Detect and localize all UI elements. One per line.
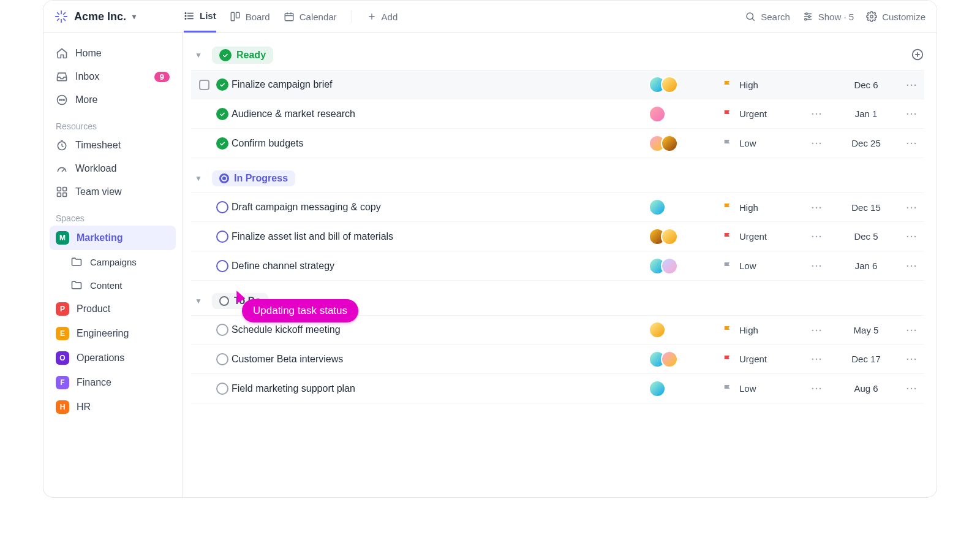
due-date[interactable]: Dec 15 [832,202,900,213]
assignees[interactable] [649,228,678,245]
priority[interactable]: Low [722,138,802,149]
group-inprogress-pill[interactable]: In Progress [212,170,295,186]
status-open-icon[interactable] [216,383,228,395]
task-row[interactable]: Field marketing support plan Low ··· Aug… [191,374,924,403]
row-extra[interactable]: ··· [802,325,832,335]
assignees[interactable] [649,351,678,368]
row-extra[interactable]: ··· [802,354,832,364]
priority[interactable]: High [722,202,802,213]
space-marketing[interactable]: M Marketing [50,226,176,250]
due-date[interactable]: Jan 1 [832,109,900,119]
flag-icon [722,231,733,242]
row-extra[interactable]: ··· [802,109,832,119]
row-extra[interactable]: ··· [802,138,832,148]
priority[interactable]: Urgent [722,231,802,242]
status-done-icon[interactable] [216,78,228,91]
row-extra[interactable]: ··· [802,202,832,213]
nav-workload[interactable]: Workload [50,157,176,180]
space-engineering[interactable]: E Engineering [50,321,176,346]
nav-inbox[interactable]: Inbox 9 [50,65,176,88]
view-board-label: Board [246,12,270,22]
task-row[interactable]: Draft campaign messaging & copy High ···… [191,192,924,222]
priority[interactable]: Urgent [722,354,802,365]
row-extra[interactable]: ··· [802,383,832,394]
view-board[interactable]: Board [230,1,270,32]
task-row[interactable]: Define channel strategy Low ··· Jan 6 ··… [191,251,924,281]
row-menu[interactable]: ··· [900,383,924,394]
status-done-icon[interactable] [216,137,228,150]
status-open-icon[interactable] [216,201,228,213]
priority[interactable]: High [722,79,802,90]
group-ready-add[interactable] [911,48,924,63]
group-ready-collapse[interactable]: ▼ [195,51,205,59]
row-extra[interactable]: ··· [802,231,832,242]
search-button[interactable]: Search [745,11,790,22]
assignees[interactable] [649,76,678,93]
task-row[interactable]: Confirm budgets Low ··· Dec 25 ··· [191,129,924,158]
status-open-icon[interactable] [216,260,228,272]
view-calendar[interactable]: Calendar [284,1,337,32]
show-columns-button[interactable]: Show · 5 [802,11,854,22]
add-view-button[interactable]: Add [367,1,398,32]
more-horizontal-icon: ··· [812,231,823,242]
space-marketing-content[interactable]: Content [50,273,176,297]
nav-more[interactable]: More [50,88,176,112]
space-marketing-campaigns[interactable]: Campaigns [50,250,176,273]
status-open-icon[interactable] [216,353,228,365]
row-extra[interactable]: ··· [802,261,832,271]
due-date[interactable]: Aug 6 [832,383,900,394]
workspace-switcher[interactable]: Acme Inc. ▾ [55,10,174,23]
due-date[interactable]: Dec 5 [832,231,900,242]
assignees[interactable] [649,321,666,338]
assignees[interactable] [649,380,666,397]
due-date[interactable]: Dec 17 [832,354,900,364]
space-content-label: Content [90,280,123,291]
group-inprogress-collapse[interactable]: ▼ [195,174,205,183]
spaces-heading: Spaces [50,204,176,226]
row-menu[interactable]: ··· [900,109,924,119]
nav-timesheet[interactable]: Timesheet [50,134,176,157]
group-ready-pill[interactable]: Ready [212,47,273,64]
task-checkbox[interactable] [199,80,209,90]
assignees[interactable] [649,135,678,152]
task-row[interactable]: Finalize campaign brief High Dec 6 ··· [191,70,924,99]
task-row[interactable]: Finalize asset list and bill of material… [191,222,924,251]
priority[interactable]: High [722,324,802,335]
space-operations[interactable]: O Operations [50,346,176,370]
nav-home[interactable]: Home [50,42,176,65]
row-menu[interactable]: ··· [900,354,924,364]
due-date[interactable]: Jan 6 [832,261,900,271]
nav-home-label: Home [75,48,102,59]
space-hr[interactable]: H HR [50,395,176,419]
row-menu[interactable]: ··· [900,325,924,335]
view-list[interactable]: List [184,1,216,32]
assignees[interactable] [649,257,678,275]
space-product[interactable]: P Product [50,297,176,321]
group-todo-collapse[interactable]: ▼ [195,297,205,305]
space-hr-icon: H [56,400,69,414]
status-done-icon[interactable] [216,108,228,120]
row-menu[interactable]: ··· [900,138,924,148]
assignees[interactable] [649,199,666,216]
row-menu[interactable]: ··· [900,231,924,242]
row-menu[interactable]: ··· [900,261,924,271]
status-open-icon[interactable] [216,231,228,243]
due-date[interactable]: Dec 6 [832,80,900,90]
assignees[interactable] [649,105,666,123]
due-date[interactable]: Dec 25 [832,138,900,148]
priority[interactable]: Urgent [722,109,802,120]
status-open-icon[interactable] [216,324,228,336]
task-title: Define channel strategy [232,261,649,272]
space-finance[interactable]: F Finance [50,370,176,395]
customize-button[interactable]: Customize [866,11,925,22]
row-menu[interactable]: ··· [900,80,924,90]
task-row[interactable]: Audience & market research Urgent ··· Ja… [191,99,924,129]
task-row[interactable]: Customer Beta interviews Urgent ··· Dec … [191,345,924,374]
priority[interactable]: Low [722,383,802,394]
status-todo-icon [219,296,229,306]
priority[interactable]: Low [722,261,802,272]
task-title: Draft campaign messaging & copy [232,202,649,213]
nav-teamview[interactable]: Team view [50,180,176,204]
row-menu[interactable]: ··· [900,202,924,213]
due-date[interactable]: May 5 [832,325,900,335]
